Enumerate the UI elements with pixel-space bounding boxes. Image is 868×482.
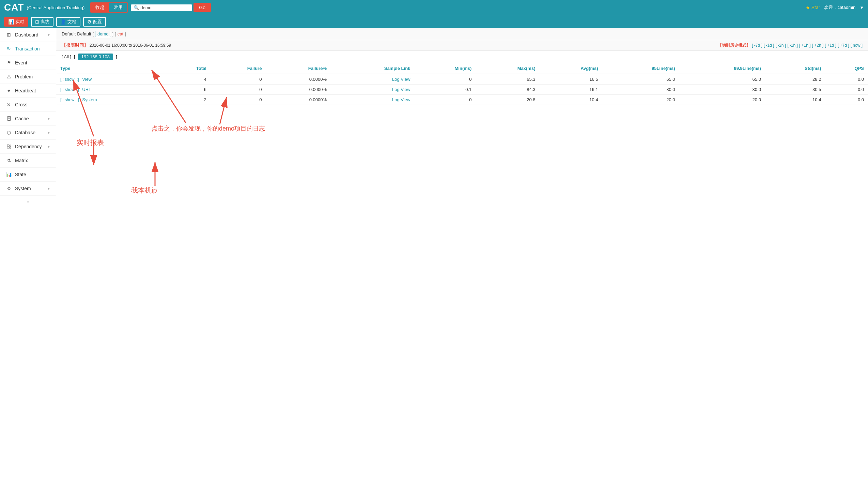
log-view-link-0[interactable]: Log View <box>392 77 410 82</box>
transaction-table: Type Total Failure Failure% Sample Link … <box>56 63 868 105</box>
time-link-plus7d[interactable]: [ +7d ] <box>838 43 849 48</box>
breadcrumb-cat[interactable]: cat <box>118 31 123 36</box>
sidebar-label-problem: Problem <box>15 74 33 79</box>
search-input[interactable] <box>140 5 188 10</box>
sidebar-label-matrix: Matrix <box>15 158 28 163</box>
go-button[interactable]: Go <box>193 3 211 12</box>
breadcrumb-bar: Default Default [ demo ] [ cat ] <box>56 28 868 40</box>
sidebar-collapse-btn[interactable]: « <box>0 196 56 207</box>
show-link-0[interactable]: [:: show ::] <box>60 77 79 82</box>
doc-btn[interactable]: 👤 文档 <box>56 17 80 27</box>
grid-icon: ⊞ <box>5 31 12 38</box>
filter-ip[interactable]: 192.168.0.108 <box>78 54 113 60</box>
sidebar-item-database[interactable]: ⬡ Database ▼ <box>0 126 56 140</box>
type-link-1[interactable]: URL <box>82 87 91 92</box>
app-logo: CAT <box>4 2 24 13</box>
sidebar-item-cross[interactable]: ✕ Cross <box>0 98 56 112</box>
common-btn[interactable]: 常用 <box>109 3 127 12</box>
chevron-down-icon-db: ▼ <box>47 131 50 135</box>
sidebar-item-system[interactable]: ⚙ System ▼ <box>0 182 56 196</box>
type-link-0[interactable]: View <box>82 77 92 82</box>
sidebar-label-transaction: Transaction <box>15 46 40 51</box>
offline-btn[interactable]: ⊞ 离线 <box>31 17 53 27</box>
config-btn[interactable]: ⚙ 配置 <box>83 17 106 27</box>
time-link-minus2h[interactable]: [ -2h ] <box>775 43 786 48</box>
cylinder-icon: ⬡ <box>5 129 12 136</box>
main-content: Default Default [ demo ] [ cat ] 【报表时间】 … <box>56 28 868 482</box>
annotation-realtime: 实时报表 <box>77 138 104 147</box>
time-link-plus1d[interactable]: [ +1d ] <box>825 43 836 48</box>
sidebar-item-cache[interactable]: 🗄 Cache ▼ <box>0 112 56 126</box>
filter-separator: [ <box>74 54 75 59</box>
gear-icon: ⚙ <box>87 19 92 25</box>
collapse-btn[interactable]: 收起 <box>91 3 109 12</box>
sidebar-item-dependency[interactable]: ⛓ Dependency ▼ <box>0 140 56 154</box>
search-area: 🔍 <box>131 4 192 11</box>
cell-999line-0: 65.0 <box>679 74 765 85</box>
table-row: [:: show ::] View 4 0 0.0000% Log View 0… <box>56 74 868 85</box>
top-nav-right: ★ Star 欢迎，catadmin ▼ <box>806 4 864 11</box>
sidebar-label-cross: Cross <box>15 102 28 107</box>
sidebar-item-problem[interactable]: ⚠ Problem <box>0 70 56 84</box>
time-range-display: 【报表时间】 2016-06-01 16:00:00 to 2016-06-01… <box>62 42 171 48</box>
chevron-down-icon: ▼ <box>47 33 50 37</box>
welcome-text: 欢迎，catadmin <box>824 4 855 11</box>
time-link-minus1h[interactable]: [ -1h ] <box>787 43 798 48</box>
sidebar-item-heartbeat[interactable]: ♥ Heartbeat <box>0 84 56 98</box>
log-view-link-1[interactable]: Log View <box>392 87 410 92</box>
chart-icon: 📊 <box>5 171 12 178</box>
cell-avg-1: 16.1 <box>540 85 602 95</box>
filter-all[interactable]: [ All ] <box>62 54 71 59</box>
th-failure-pct: Failure% <box>266 63 331 74</box>
refresh-icon: ↻ <box>5 45 12 52</box>
sidebar-item-dashboard[interactable]: ⊞ Dashboard ▼ <box>0 28 56 42</box>
sidebar-item-event[interactable]: ⚑ Event <box>0 56 56 70</box>
table-row: [:: show ::] URL 6 0 0.0000% Log View 0.… <box>56 85 868 95</box>
sidebar-item-state[interactable]: 📊 State <box>0 168 56 182</box>
cell-avg-2: 10.4 <box>540 95 602 105</box>
cell-sample-1: Log View <box>331 85 414 95</box>
realtime-btn[interactable]: 📊 实时 <box>4 17 28 27</box>
time-link-plus1h[interactable]: [ +1h ] <box>799 43 811 48</box>
cell-failure-pct-2: 0.0000% <box>266 95 331 105</box>
breadcrumb-sep4: ] <box>125 31 126 36</box>
cell-failure-0: 0 <box>211 74 266 85</box>
time-link-minus1d[interactable]: [ -1d ] <box>764 43 774 48</box>
log-view-link-2[interactable]: Log View <box>392 97 410 102</box>
cell-qps-0: 0.0 <box>825 74 868 85</box>
cell-total-2: 2 <box>166 95 211 105</box>
person-icon: 👤 <box>60 19 66 25</box>
sidebar-item-matrix[interactable]: ⚗ Matrix <box>0 154 56 168</box>
type-link-2[interactable]: System <box>82 97 97 102</box>
cell-95line-2: 20.0 <box>602 95 679 105</box>
sidebar-label-dashboard: Dashboard <box>15 32 38 37</box>
show-link-2[interactable]: [:: show ::] <box>60 97 79 102</box>
th-min: Min(ms) <box>414 63 476 74</box>
cell-std-0: 28.2 <box>765 74 825 85</box>
th-999line: 99.9Line(ms) <box>679 63 765 74</box>
cell-sample-0: Log View <box>331 74 414 85</box>
time-link-plus2h[interactable]: [ +2h ] <box>812 43 824 48</box>
annotation-local-ip: 我本机ip <box>131 186 157 195</box>
time-link-minus7d[interactable]: [ -7d ] <box>752 43 762 48</box>
time-link-now[interactable]: [ now ] <box>851 43 863 48</box>
th-type: Type <box>56 63 166 74</box>
cell-95line-0: 65.0 <box>602 74 679 85</box>
star-button[interactable]: ★ Star <box>806 5 820 10</box>
th-avg: Avg(ms) <box>540 63 602 74</box>
cell-min-1: 0.1 <box>414 85 476 95</box>
sidebar-item-transaction[interactable]: ↻ Transaction <box>0 42 56 56</box>
breadcrumb-demo[interactable]: demo <box>95 31 111 37</box>
database-icon: 🗄 <box>5 115 12 122</box>
chevron-down-icon-dep: ▼ <box>47 145 50 149</box>
sidebar-label-state: State <box>15 172 26 177</box>
cell-type-0: [:: show ::] View <box>56 74 166 85</box>
cell-999line-2: 20.0 <box>679 95 765 105</box>
cell-min-0: 0 <box>414 74 476 85</box>
sidebar-label-database: Database <box>15 130 35 135</box>
dropdown-icon[interactable]: ▼ <box>859 5 864 10</box>
filter-bar: [ All ] [ 192.168.0.108 ] <box>56 51 868 63</box>
breadcrumb-default1: Default <box>62 31 76 36</box>
sidebar-label-dependency: Dependency <box>15 144 42 149</box>
show-link-1[interactable]: [:: show ::] <box>60 87 79 92</box>
